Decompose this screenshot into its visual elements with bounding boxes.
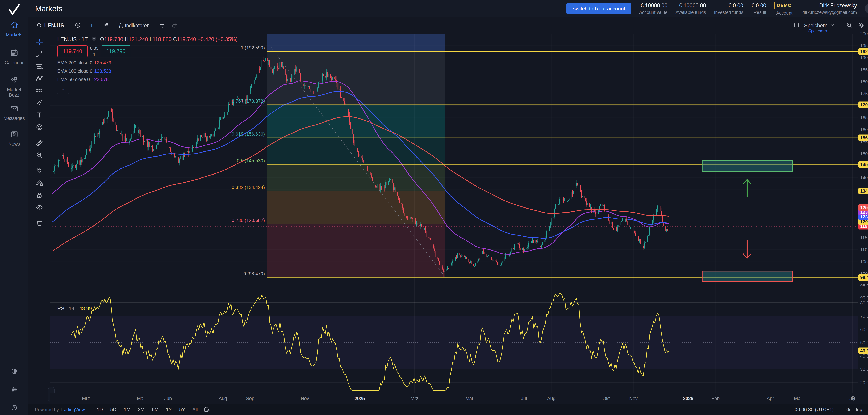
fib-label-0.764: 0.764 (170.378)	[0, 98, 265, 104]
time-tick-Nov: Nov	[301, 396, 309, 401]
range-5d[interactable]: 5D	[107, 406, 119, 414]
price-tick: 160.000	[860, 127, 868, 132]
fib-label-0.236: 0.236 (120.682)	[0, 218, 265, 223]
indicators-button[interactable]: ƒx Indikatoren	[118, 22, 150, 29]
rsi-tick: 50.00	[860, 340, 868, 345]
bottom-bar: Powered by TradingView 1D5D1M3M6M1Y5YAll…	[28, 404, 868, 415]
ema-undefined-legend[interactable]: EMA 50 close 0123.678	[57, 77, 238, 82]
range-6m[interactable]: 6M	[149, 406, 161, 414]
interval-button[interactable]: T	[90, 23, 93, 28]
price-tick: 200.000	[860, 31, 868, 36]
pattern-tool[interactable]	[33, 72, 45, 85]
projection-tool[interactable]	[33, 85, 45, 97]
time-tick-2025: 2025	[354, 396, 365, 401]
stat-value: € 10000.00	[679, 2, 706, 9]
chart-style-button[interactable]	[102, 22, 109, 29]
save-tooltip: Speichern	[808, 28, 827, 33]
price-label-192.590: 192.590	[859, 48, 868, 55]
time-tick-Jul: Jul	[521, 396, 527, 401]
undo-button[interactable]	[159, 22, 165, 29]
redo-icon	[172, 22, 178, 29]
range-3m[interactable]: 3M	[135, 406, 147, 414]
ema-undefined-legend[interactable]: EMA 200 close 0125.473	[57, 60, 238, 66]
home-icon	[10, 21, 19, 31]
redo-button[interactable]	[172, 22, 178, 29]
scale-%[interactable]: %	[846, 407, 850, 412]
symbol-search[interactable]: LEN.US	[36, 22, 64, 29]
rsi-legend: RSI 14 43.99	[57, 306, 92, 312]
fib-label-1: 1 (192.590)	[0, 45, 265, 51]
save-button[interactable]: Speichern	[804, 23, 828, 28]
text-tool[interactable]	[33, 109, 45, 121]
stat-result: € 0.00Result	[751, 2, 766, 15]
range-1y[interactable]: 1Y	[163, 406, 175, 414]
trading-app: MarketsCalendarMarket BuzzMessagesNews M…	[0, 0, 868, 415]
fib-retracement-tool[interactable]	[33, 60, 45, 72]
rsi-tick: 60.00	[860, 327, 868, 332]
layout-checkbox[interactable]	[793, 22, 800, 29]
time-tick-Mai: Mai	[465, 396, 473, 401]
sidebar-item-messages[interactable]: Messages	[0, 104, 28, 121]
settings-sliders-icon[interactable]	[0, 386, 28, 393]
broker-logo-icon[interactable]	[6, 3, 22, 18]
gear-icon[interactable]	[858, 22, 865, 29]
theme-contrast-icon[interactable]	[0, 368, 28, 375]
price-tick: 185.000	[860, 67, 868, 72]
time-tick-Okt: Okt	[602, 396, 610, 401]
avatar[interactable]	[865, 3, 868, 14]
fib-label-0.5: 0.5 (145.530)	[0, 158, 265, 163]
magnet-tool[interactable]	[33, 165, 45, 177]
sidebar-item-markets[interactable]: Markets	[0, 21, 28, 37]
stat-label: Available funds	[676, 10, 706, 15]
price-label-156.636: 156.636	[859, 134, 868, 141]
range-1d[interactable]: 1D	[94, 406, 106, 414]
undo-icon	[159, 22, 165, 29]
stat-value: € 0.00	[728, 2, 743, 9]
demo-badge: DEMO	[774, 2, 795, 9]
clock-label[interactable]: 00:06:30 (UTC+1)	[795, 407, 834, 412]
bottom-bar-right: 00:06:30 (UTC+1) %logauto	[795, 406, 868, 413]
price-tick: 105.000	[860, 259, 868, 264]
source-toggle-icon[interactable]	[91, 36, 97, 43]
ruler-tool[interactable]	[33, 137, 45, 149]
ohlc-values: O119.780 H121.240 L118.880 C119.740 +0.4…	[100, 36, 238, 42]
rsi-tick: 70.00	[860, 314, 868, 319]
sidebar-item-calendar[interactable]: Calendar	[0, 49, 28, 66]
price-axis[interactable]: 200.000195.000190.000185.000180.000175.0…	[858, 34, 868, 393]
stat-available-funds: € 10000.00Available funds	[676, 2, 706, 15]
time-tick-Aug: Aug	[219, 396, 227, 401]
stat-value: € 0.00	[751, 2, 766, 9]
scale-buttons: %logauto	[846, 407, 868, 412]
time-tick-Feb: Feb	[712, 396, 720, 401]
goto-date-button[interactable]	[204, 406, 210, 413]
legend-symbol[interactable]: LEN.US · 1T	[57, 36, 88, 42]
stat-label: Result	[753, 10, 766, 15]
range-5y[interactable]: 5Y	[176, 406, 188, 414]
legend-collapse-button[interactable]: ⌃	[57, 86, 69, 94]
stat-invested-funds: € 0.00Invested funds	[714, 2, 743, 15]
time-axis[interactable]: MrzMaiJunAugSepNov2025MrzMaiJulAugOktNov…	[50, 393, 858, 405]
time-tick-Jul: Jul	[849, 396, 856, 401]
top-header: Markets Switch to Real account € 10000.0…	[28, 0, 868, 18]
stat-value: € 10000.00	[641, 2, 668, 9]
chevron-down-icon[interactable]	[830, 23, 835, 28]
account-summary: Switch to Real account € 10000.00Account…	[566, 0, 868, 18]
compare-add-button[interactable]	[74, 22, 81, 29]
range-all[interactable]: All	[190, 406, 200, 414]
ema-undefined-legend[interactable]: EMA 100 close 0123.523	[57, 68, 238, 74]
hide-all-tool[interactable]	[33, 201, 45, 214]
sidebar-item-market-buzz[interactable]: Market Buzz	[0, 75, 28, 98]
user-info[interactable]: Dirk Friczewsky dirk.friczewsky@gmail.co…	[802, 2, 857, 15]
demo-account-label: Account	[776, 10, 793, 16]
stat-label: Account value	[639, 10, 668, 15]
help-icon[interactable]	[0, 404, 28, 411]
switch-to-real-account-button[interactable]: Switch to Real account	[566, 3, 631, 14]
scale-log[interactable]: log	[856, 407, 862, 412]
lock-all-tool[interactable]	[33, 189, 45, 201]
tradingview-link[interactable]: TradingView	[60, 407, 85, 412]
range-1m[interactable]: 1M	[121, 406, 133, 414]
price-tick: 150.000	[860, 151, 868, 156]
flash-search-icon[interactable]	[846, 22, 853, 29]
price-tick: 180.000	[860, 79, 868, 84]
price-tick: 165.000	[860, 115, 868, 120]
